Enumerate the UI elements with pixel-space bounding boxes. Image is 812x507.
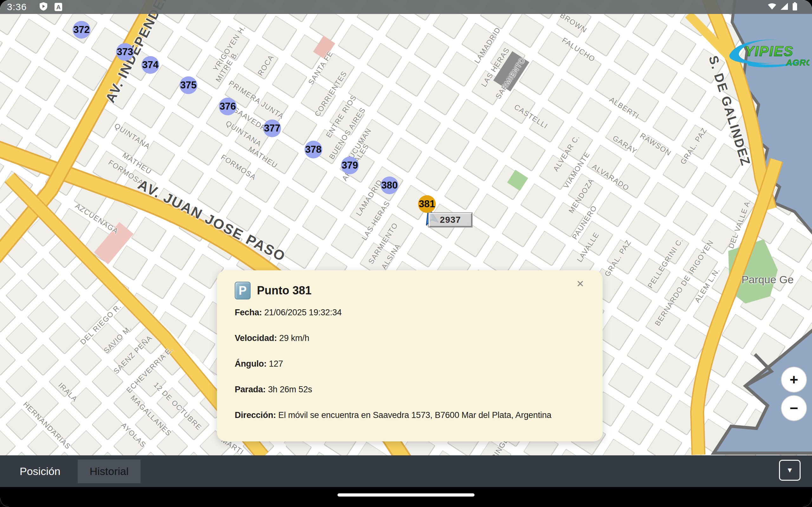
popup-field: Velocidad: 29 km/h xyxy=(235,333,590,343)
bottom-toolbar: Posición Historial ▼ xyxy=(0,455,812,487)
point-info-popup: P Punto 381 ✕ Fecha: 21/06/2025 19:32:34… xyxy=(217,270,603,441)
popup-header: P Punto 381 xyxy=(235,282,311,299)
gesture-navigation-area xyxy=(0,487,812,507)
dropdown-button[interactable]: ▼ xyxy=(779,460,801,481)
parking-icon: P xyxy=(235,282,251,299)
tab-historial[interactable]: Historial xyxy=(78,459,141,483)
history-point-marker-379[interactable]: 379 xyxy=(341,157,359,174)
battery-icon xyxy=(792,2,798,12)
popup-fields: Fecha: 21/06/2025 19:32:34Velocidad: 29 … xyxy=(235,308,590,436)
history-point-marker-375[interactable]: 375 xyxy=(180,76,197,94)
history-point-marker-377[interactable]: 377 xyxy=(263,119,281,137)
vehicle-plate-label[interactable]: 2937 xyxy=(429,213,472,227)
history-point-marker-372[interactable]: 372 xyxy=(72,21,90,39)
popup-field: Dirección: El móvil se encuentra en Saav… xyxy=(235,410,590,420)
history-point-marker-378[interactable]: 378 xyxy=(305,141,322,158)
history-point-marker-373[interactable]: 373 xyxy=(116,43,134,61)
park-label: Parque Ge xyxy=(742,274,794,286)
app-screen: YRIGOYEN H.MITRE B.ROCASANTA FECORRIENTE… xyxy=(0,0,812,507)
zoom-in-button[interactable]: + xyxy=(781,367,807,393)
status-time: 3:36 xyxy=(7,2,27,12)
popup-title: Punto 381 xyxy=(257,284,311,297)
shield-play-icon xyxy=(39,2,48,12)
yipies-agro-logo: YIPIES AGRO xyxy=(726,37,809,71)
cellular-icon xyxy=(780,3,789,11)
gesture-handle[interactable] xyxy=(338,493,474,497)
popup-field: Parada: 3h 26m 52s xyxy=(235,385,590,395)
svg-text:YIPIES: YIPIES xyxy=(745,43,794,59)
popup-field: Fecha: 21/06/2025 19:32:34 xyxy=(235,308,590,318)
history-point-marker-380[interactable]: 380 xyxy=(380,176,398,194)
status-bar: 3:36 A xyxy=(0,0,812,14)
history-point-marker-374[interactable]: 374 xyxy=(142,56,159,74)
close-icon[interactable]: ✕ xyxy=(576,279,584,289)
history-point-marker-381[interactable]: 381 xyxy=(418,195,436,213)
popup-field: Ángulo: 127 xyxy=(235,359,590,369)
accessibility-a-icon: A xyxy=(55,3,62,11)
tab-posicion[interactable]: Posición xyxy=(8,459,72,483)
zoom-out-button[interactable]: − xyxy=(781,395,807,421)
wifi-icon xyxy=(768,3,776,11)
svg-text:AGRO: AGRO xyxy=(786,58,809,67)
history-point-marker-376[interactable]: 376 xyxy=(219,98,237,115)
